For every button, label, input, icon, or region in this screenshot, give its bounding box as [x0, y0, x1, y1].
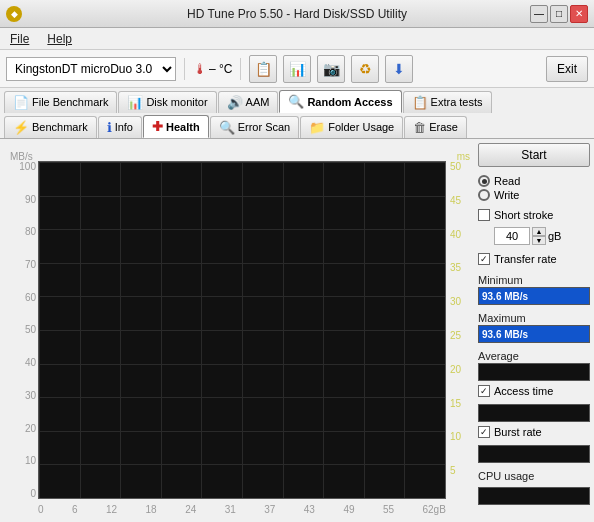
stroke-spin-up[interactable]: ▲ — [532, 227, 546, 236]
x-18: 18 — [146, 504, 157, 515]
y-right-40: 40 — [450, 229, 461, 240]
burst-rate-checkbox[interactable] — [478, 426, 490, 438]
random-access-icon: 🔍 — [288, 94, 304, 109]
access-time-bar-fill — [479, 405, 589, 421]
tab-file-benchmark[interactable]: 📄 File Benchmark — [4, 91, 117, 113]
x-0: 0 — [38, 504, 44, 515]
radio-write[interactable]: Write — [478, 189, 590, 201]
erase-icon: 🗑 — [413, 120, 426, 135]
minimum-bar: 93.6 MB/s — [478, 287, 590, 305]
short-stroke-label: Short stroke — [494, 209, 553, 221]
stroke-value-input[interactable] — [494, 227, 530, 245]
app-icon: ◆ — [6, 6, 22, 22]
y-left-0: 0 — [30, 488, 36, 499]
grid-v-5 — [242, 162, 243, 498]
grid-v-10 — [445, 162, 446, 498]
y-left-20: 20 — [25, 423, 36, 434]
tab-folder-usage-label: Folder Usage — [328, 121, 394, 133]
y-right-5: 5 — [450, 465, 456, 476]
grid-v-8 — [364, 162, 365, 498]
disk-monitor-icon: 📊 — [127, 95, 143, 110]
maximum-bar-fill: 93.6 MB/s — [479, 326, 589, 342]
radio-read-dot[interactable] — [478, 175, 490, 187]
grid-v-6 — [283, 162, 284, 498]
stroke-spin-down[interactable]: ▼ — [532, 236, 546, 245]
maximize-button[interactable]: □ — [550, 5, 568, 23]
x-24: 24 — [185, 504, 196, 515]
average-label: Average — [478, 350, 590, 362]
toolbar-btn-4[interactable]: ♻ — [351, 55, 379, 83]
close-button[interactable]: ✕ — [570, 5, 588, 23]
x-31: 31 — [225, 504, 236, 515]
access-time-checkbox-item[interactable]: Access time — [478, 385, 590, 397]
grid-v-9 — [404, 162, 405, 498]
radio-read[interactable]: Read — [478, 175, 590, 187]
menu-bar: File Help — [0, 28, 594, 50]
menu-file[interactable]: File — [6, 31, 33, 47]
stroke-input-row: ▲ ▼ gB — [494, 227, 590, 245]
toolbar-btn-1[interactable]: 📋 — [249, 55, 277, 83]
radio-write-dot[interactable] — [478, 189, 490, 201]
drive-select[interactable]: KingstonDT microDuo 3.0 (62 gB) — [6, 57, 176, 81]
cpu-usage-bar — [478, 487, 590, 505]
tab-benchmark-label: Benchmark — [32, 121, 88, 133]
maximum-section: Maximum 93.6 MB/s — [478, 309, 590, 343]
tab-benchmark[interactable]: ⚡ Benchmark — [4, 116, 97, 138]
y-right-25: 25 — [450, 330, 461, 341]
transfer-rate-checkbox-item[interactable]: Transfer rate — [478, 253, 590, 265]
tabs-row1: 📄 File Benchmark 📊 Disk monitor 🔊 AAM 🔍 … — [0, 88, 594, 113]
x-axis: 0 6 12 18 24 31 37 43 49 55 62gB — [38, 504, 446, 515]
burst-rate-checkbox-item[interactable]: Burst rate — [478, 426, 590, 438]
short-stroke-checkbox-item[interactable]: Short stroke — [478, 209, 590, 221]
cpu-usage-label: CPU usage — [478, 470, 590, 482]
minimum-value: 93.6 MB/s — [482, 291, 528, 302]
radio-write-label: Write — [494, 189, 519, 201]
aam-icon: 🔊 — [227, 95, 243, 110]
transfer-rate-checkbox[interactable] — [478, 253, 490, 265]
y-axis-left: 100 90 80 70 60 50 40 30 20 10 0 — [6, 161, 36, 499]
y-left-30: 30 — [25, 390, 36, 401]
access-time-checkbox[interactable] — [478, 385, 490, 397]
grid-v-3 — [161, 162, 162, 498]
temp-display: 🌡 – °C — [193, 61, 232, 77]
tab-erase[interactable]: 🗑 Erase — [404, 116, 467, 138]
grid-v-4 — [201, 162, 202, 498]
toolbar-btn-2[interactable]: 📊 — [283, 55, 311, 83]
toolbar-btn-3[interactable]: 📷 — [317, 55, 345, 83]
minimize-button[interactable]: — — [530, 5, 548, 23]
tab-disk-monitor[interactable]: 📊 Disk monitor — [118, 91, 216, 113]
y-right-20: 20 — [450, 364, 461, 375]
tab-error-scan[interactable]: 🔍 Error Scan — [210, 116, 300, 138]
toolbar-btn-5[interactable]: ⬇ — [385, 55, 413, 83]
tab-random-access[interactable]: 🔍 Random Access — [279, 90, 401, 113]
tab-info[interactable]: ℹ Info — [98, 116, 142, 138]
tab-extra-tests[interactable]: 📋 Extra tests — [403, 91, 492, 113]
radio-group: Read Write — [478, 175, 590, 201]
toolbar-separator-2 — [240, 58, 241, 80]
chart-plot-area — [38, 161, 446, 499]
file-benchmark-icon: 📄 — [13, 95, 29, 110]
tab-aam-label: AAM — [246, 96, 270, 108]
x-37: 37 — [264, 504, 275, 515]
y-left-60: 60 — [25, 292, 36, 303]
access-time-bar — [478, 404, 590, 422]
short-stroke-checkbox[interactable] — [478, 209, 490, 221]
cpu-usage-bar-fill — [479, 488, 589, 504]
tab-aam[interactable]: 🔊 AAM — [218, 91, 279, 113]
y-right-30: 30 — [450, 296, 461, 307]
menu-help[interactable]: Help — [43, 31, 76, 47]
y-left-90: 90 — [25, 194, 36, 205]
exit-button[interactable]: Exit — [546, 56, 588, 82]
tab-error-scan-label: Error Scan — [238, 121, 291, 133]
burst-rate-bar — [478, 445, 590, 463]
title-bar-controls: — □ ✕ — [530, 5, 588, 23]
tab-folder-usage[interactable]: 📁 Folder Usage — [300, 116, 403, 138]
burst-rate-bar-fill — [479, 446, 589, 462]
y-left-50: 50 — [25, 324, 36, 335]
error-scan-icon: 🔍 — [219, 120, 235, 135]
start-button[interactable]: Start — [478, 143, 590, 167]
tab-health[interactable]: ✚ Health — [143, 115, 209, 138]
tab-erase-label: Erase — [429, 121, 458, 133]
chart-container: MB/s ms 100 90 80 70 60 50 40 30 20 10 0 — [6, 145, 472, 517]
folder-usage-icon: 📁 — [309, 120, 325, 135]
